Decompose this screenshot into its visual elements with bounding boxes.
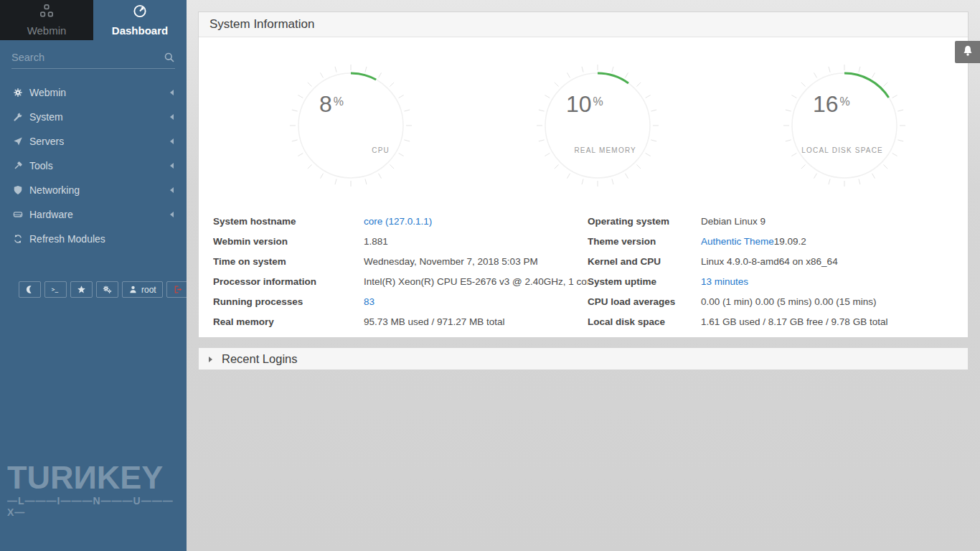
favorites-button[interactable] xyxy=(70,281,93,298)
info-label-theme-version: Theme version xyxy=(588,231,701,251)
gauge-dial xyxy=(534,62,661,189)
logo-subtext: —L———I———N———U———X— xyxy=(7,495,179,518)
system-information-header[interactable]: System Information xyxy=(199,12,968,37)
info-label-webmin-version: Webmin version xyxy=(213,231,364,251)
info-text: 1.881 xyxy=(364,236,388,247)
info-value-cpu-load-averages: 0.00 (1 min) 0.00 (5 mins) 0.00 (15 mins… xyxy=(701,291,953,311)
gauge-label: REAL MEMORY xyxy=(574,146,636,154)
chevron-left-icon xyxy=(167,138,174,144)
tab-webmin[interactable]: Webmin xyxy=(0,0,93,40)
svg-text:>_: >_ xyxy=(52,286,59,293)
sidebar-item-refresh-modules[interactable]: Refresh Modules xyxy=(0,227,187,251)
tab-dashboard[interactable]: Dashboard xyxy=(93,0,187,40)
sidebar-item-webmin[interactable]: Webmin xyxy=(0,80,187,105)
info-label-system-uptime: System uptime xyxy=(588,271,701,291)
system-information-panel: System Information 8% CPU 10% REAL MEMOR… xyxy=(198,11,969,338)
tab-label: Webmin xyxy=(27,24,67,37)
info-value-local-disk-space: 1.61 GB used / 8.17 GB free / 9.78 GB to… xyxy=(701,311,953,331)
main-content: System Information 8% CPU 10% REAL MEMOR… xyxy=(187,0,980,551)
chevron-left-icon xyxy=(167,90,174,95)
info-text: 1.61 GB used / 8.17 GB free / 9.78 GB to… xyxy=(701,316,887,327)
info-label-processor-information: Processor information xyxy=(213,271,364,291)
settings-button[interactable] xyxy=(96,281,118,298)
chevron-right-icon xyxy=(209,357,215,362)
info-label-time-on-system: Time on system xyxy=(213,251,364,271)
logout-button[interactable] xyxy=(166,281,189,298)
gauge-value: 10% xyxy=(566,91,603,118)
sidebar-item-label: Hardware xyxy=(29,209,167,220)
info-label-real-memory: Real memory xyxy=(213,311,364,331)
info-value-processor-information: Intel(R) Xeon(R) CPU E5-2676 v3 @ 2.40GH… xyxy=(364,271,588,291)
sidebar-menu: Webmin SystemServers ToolsNetworking Har… xyxy=(0,80,187,251)
info-link[interactable]: 13 minutes xyxy=(701,276,748,287)
info-link[interactable]: Authentic Theme xyxy=(701,236,774,247)
info-value-real-memory: 95.73 MB used / 971.27 MB total xyxy=(364,311,588,331)
moon-icon xyxy=(25,285,34,294)
chevron-left-icon xyxy=(167,187,174,193)
sidebar-item-label: Refresh Modules xyxy=(29,233,172,245)
quick-actions-bar: >_ root xyxy=(19,281,187,298)
bell-icon xyxy=(961,44,974,60)
search-input[interactable] xyxy=(11,52,164,63)
info-label-cpu-load-averages: CPU load averages xyxy=(588,291,701,311)
user-icon xyxy=(128,285,138,294)
sidebar-tabs: Webmin Dashboard xyxy=(0,0,187,40)
username-label: root xyxy=(141,285,156,295)
gavel-icon xyxy=(12,161,23,171)
night-mode-button[interactable] xyxy=(19,281,41,298)
gauge-label: LOCAL DISK SPACE xyxy=(801,146,883,154)
sidebar-item-system[interactable]: System xyxy=(0,105,187,129)
refresh-icon xyxy=(12,234,23,245)
gauge-dial xyxy=(288,62,414,189)
sidebar-item-label: System xyxy=(29,111,167,123)
hdd-icon xyxy=(12,209,23,220)
wrench-icon xyxy=(12,112,23,123)
info-value-system-uptime: 13 minutes xyxy=(701,271,953,291)
info-value-kernel-and-cpu: Linux 4.9.0-8-amd64 on x86_64 xyxy=(701,251,953,271)
logo-text: TURИKEY xyxy=(7,461,179,494)
search-icon[interactable] xyxy=(164,52,175,63)
info-text: Wednesday, November 7, 2018 5:03 PM xyxy=(364,256,538,267)
info-value-webmin-version: 1.881 xyxy=(364,231,588,251)
sidebar-item-hardware[interactable]: Hardware xyxy=(0,202,187,227)
tachometer-icon xyxy=(133,4,147,21)
logout-icon xyxy=(173,285,182,294)
sidebar: Webmin Dashboard Webmin SystemServers xyxy=(0,0,187,551)
chevron-left-icon xyxy=(167,163,174,169)
info-label-local-disk-space: Local disk space xyxy=(588,311,701,331)
info-text: 95.73 MB used / 971.27 MB total xyxy=(364,316,505,327)
notifications-toggle-button[interactable] xyxy=(955,41,980,63)
sidebar-item-servers[interactable]: Servers xyxy=(0,129,187,154)
shield-icon xyxy=(12,185,23,196)
info-value-system-hostname: core (127.0.1.1) xyxy=(364,211,588,231)
turnkey-linux-logo: TURИKEY —L———I———N———U———X— xyxy=(7,461,179,518)
sidebar-item-tools[interactable]: Tools xyxy=(0,154,187,178)
gauge-value: 8% xyxy=(319,91,344,118)
info-label-system-hostname: System hostname xyxy=(213,211,364,231)
info-label-running-processes: Running processes xyxy=(213,291,364,311)
paper-plane-icon xyxy=(12,136,23,147)
star-icon xyxy=(77,285,86,294)
user-button[interactable]: root xyxy=(122,281,163,298)
panel-title: System Information xyxy=(209,17,314,32)
gauge-dial xyxy=(781,62,908,189)
info-text: 0.00 (1 min) 0.00 (5 mins) 0.00 (15 mins… xyxy=(701,296,877,307)
gear-icon xyxy=(12,88,23,98)
search-bar xyxy=(11,52,175,69)
recent-logins-panel[interactable]: Recent Logins xyxy=(198,347,969,370)
system-info-table: System hostnamecore (127.0.1.1)Operating… xyxy=(199,209,968,331)
info-value-time-on-system: Wednesday, November 7, 2018 5:03 PM xyxy=(364,251,588,271)
gauges-row: 8% CPU 10% REAL MEMORY 16% LOCAL DISK SP… xyxy=(199,37,968,209)
info-link[interactable]: 83 xyxy=(364,296,374,307)
sidebar-item-label: Networking xyxy=(29,184,167,196)
chevron-left-icon xyxy=(167,212,174,217)
terminal-icon: >_ xyxy=(51,285,60,294)
gauge-local-disk-space: 16% LOCAL DISK SPACE xyxy=(781,62,908,189)
gauge-cpu: 8% CPU xyxy=(288,62,414,189)
terminal-button[interactable]: >_ xyxy=(44,281,67,298)
sidebar-item-networking[interactable]: Networking xyxy=(0,178,187,202)
gauge-value: 16% xyxy=(813,91,850,118)
info-link[interactable]: core (127.0.1.1) xyxy=(364,216,432,227)
info-value-running-processes: 83 xyxy=(364,291,588,311)
chevron-left-icon xyxy=(167,114,174,120)
